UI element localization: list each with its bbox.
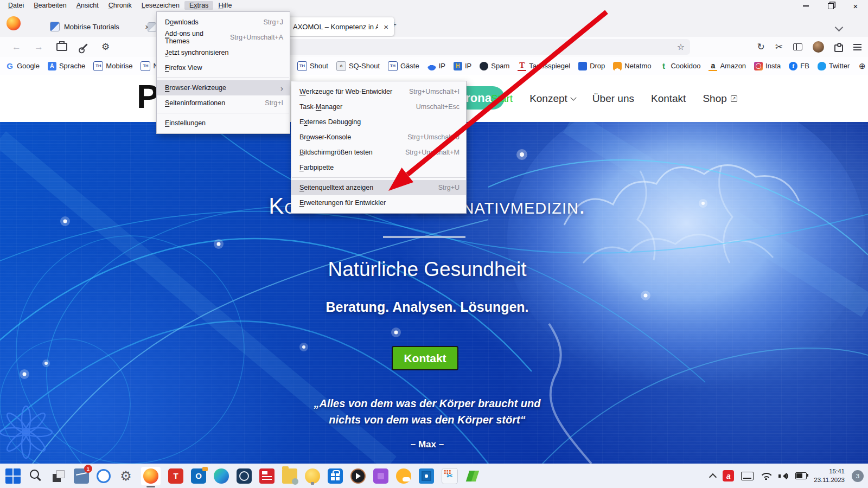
bookmark-tagesspiegel[interactable]: TTagesspiegel	[518, 61, 570, 71]
tray-expand-chevron-icon[interactable]	[709, 473, 717, 480]
reload-icon[interactable]: ↻	[757, 42, 765, 52]
tab-partial-favicon[interactable]	[148, 22, 156, 32]
back-icon[interactable]: ←	[12, 42, 21, 52]
weather-icon[interactable]	[396, 468, 411, 484]
shortcut-label: Strg+J	[264, 18, 283, 26]
bookmark-netatmo[interactable]: Netatmo	[613, 62, 651, 70]
bookmark-twitter[interactable]: Twitter	[818, 62, 850, 70]
menu-item-seitenquelltext[interactable]: Seitenquelltext anzeigen Strg+U	[291, 180, 466, 195]
menu-item-task-manager[interactable]: Task-Manager Umschalt+Esc	[291, 99, 466, 114]
firefox-taskbar-active[interactable]	[141, 467, 161, 485]
menu-item-browser-werkzeuge[interactable]: Browser-Werkzeuge ›	[157, 80, 290, 95]
menubar-item-datei[interactable]: Datei	[3, 1, 29, 10]
menu-item-browser-konsole[interactable]: Browser-Konsole Strg+Umschalt+J	[291, 130, 466, 145]
kontakt-button[interactable]: Kontakt	[392, 346, 458, 370]
snipping-tool-icon[interactable]: ✂	[442, 468, 458, 484]
minimize-button[interactable]	[793, 0, 818, 12]
menu-item-firefox-view[interactable]: Firefox View	[157, 60, 290, 75]
mail-icon[interactable]: 1	[74, 468, 89, 484]
nav-link-ueber-uns[interactable]: Über uns	[592, 93, 634, 105]
nav-link-shop[interactable]: Shop↗	[703, 93, 737, 105]
screenshot-scissors-icon[interactable]: ✂	[775, 42, 783, 52]
menu-item-externes-debugging[interactable]: Externes Debugging	[291, 114, 466, 130]
purple-app-icon[interactable]	[373, 468, 388, 484]
settings-gear-icon[interactable]: ⚙	[101, 42, 110, 52]
bookmark-shout[interactable]: THShout	[297, 61, 328, 71]
thunderbird-icon[interactable]: T	[168, 468, 183, 484]
menubar-item-lesezeichen[interactable]: Lesezeichen	[137, 1, 184, 10]
th-icon: TH	[141, 61, 150, 71]
start-button[interactable]	[5, 468, 21, 484]
bookmark-google[interactable]: GGoogle	[5, 62, 40, 70]
menu-item-downloads[interactable]: Downloads Strg+J	[157, 15, 290, 30]
volume-icon[interactable]	[778, 472, 788, 480]
bookmark-sprache[interactable]: ASprache	[48, 62, 85, 70]
battery-icon[interactable]	[795, 472, 807, 479]
bookmark-gaeste[interactable]: THGäste	[388, 61, 419, 71]
bookmark-amazon[interactable]: aAmazon	[709, 61, 746, 71]
bookmark-fb[interactable]: fFB	[789, 62, 809, 70]
media-player-icon[interactable]	[350, 468, 366, 484]
edge-icon[interactable]	[214, 468, 229, 484]
avira-icon[interactable]: a	[723, 470, 734, 481]
menu-item-erweiterungen-entwickler[interactable]: Erweiterungen für Entwickler	[291, 195, 466, 210]
menu-item-web-entwickler[interactable]: Werkzeuge für Web-Entwickler Strg+Umscha…	[291, 84, 466, 99]
menu-item-einstellungen[interactable]: Einstellungen	[157, 115, 290, 131]
tools-wrench-icon[interactable]	[81, 43, 88, 50]
compass-browser-icon[interactable]	[237, 468, 252, 484]
forward-icon[interactable]: →	[34, 42, 43, 52]
keyboard-icon[interactable]	[741, 472, 754, 480]
tab-mobirise-tutorials[interactable]: Mobirise Tutorials ×	[46, 17, 155, 36]
sidebar-icon[interactable]	[793, 43, 802, 50]
nav-link-kontakt[interactable]: Kontakt	[651, 93, 686, 105]
menu-item-farbpipette[interactable]: Farbpipette	[291, 160, 466, 175]
clock[interactable]: 15:41 23.11.2023	[814, 467, 845, 484]
th-icon: TH	[297, 61, 307, 71]
close-tab-icon[interactable]: ×	[382, 23, 390, 31]
tab-axomol-active[interactable]: AXOMOL – Kompetenz in Al ×	[289, 17, 394, 36]
search-icon[interactable]	[28, 468, 43, 484]
task-view-icon[interactable]	[51, 468, 66, 484]
cortana-icon[interactable]	[97, 469, 111, 483]
nav-link-start[interactable]: Start	[491, 93, 513, 105]
bookmark-star-icon[interactable]: ☆	[677, 42, 685, 52]
outlook-icon[interactable]: O	[191, 468, 206, 484]
wifi-icon[interactable]	[761, 472, 771, 480]
close-window-button[interactable]: ×	[843, 0, 868, 12]
finance-app-icon[interactable]	[465, 468, 481, 484]
menu-item-bildschirmgroessen[interactable]: Bildschirmgrößen testen Strg+Umschalt+M	[291, 145, 466, 160]
bookmark-sq-shout[interactable]: óSQ-Shout	[336, 61, 380, 71]
menubar-item-ansicht[interactable]: Ansicht	[72, 1, 104, 10]
nav-link-konzept[interactable]: Konzept	[529, 93, 576, 105]
tab-list-chevron-icon[interactable]	[835, 23, 844, 32]
menubar-item-extras[interactable]: Extras	[184, 1, 213, 10]
bookmark-mobirise[interactable]: THMobirise	[93, 61, 132, 71]
news-icon[interactable]	[259, 468, 275, 484]
menu-hamburger-icon[interactable]	[853, 47, 861, 48]
bookmark-ip-1[interactable]: IP	[427, 62, 445, 70]
bookmark-spam[interactable]: Spam	[480, 62, 509, 70]
capture-app-icon[interactable]	[419, 468, 434, 484]
restore-button[interactable]	[818, 0, 843, 12]
notification-badge[interactable]: 3	[852, 470, 864, 482]
profile-avatar[interactable]	[813, 41, 824, 53]
bookmark-drop[interactable]: Drop	[578, 62, 605, 70]
bookmark-cookidoo[interactable]: tCookidoo	[659, 62, 700, 70]
folder-icon[interactable]	[282, 468, 297, 484]
bookmark-ip-2[interactable]: HIP	[454, 62, 471, 70]
print-icon[interactable]	[56, 43, 67, 51]
menu-item-sync[interactable]: Jetzt synchronisieren	[157, 45, 290, 60]
lightbulb-icon[interactable]	[305, 468, 320, 484]
microsoft-store-icon[interactable]	[328, 468, 343, 484]
menu-item-addons[interactable]: Add-ons und Themes Strg+Umschalt+A	[157, 30, 290, 45]
bookmark-insta[interactable]: Insta	[754, 62, 781, 70]
menubar-item-bearbeiten[interactable]: Bearbeiten	[29, 1, 71, 10]
quote-line-2: nichts von dem was den Körper stört“	[0, 412, 854, 428]
bookmark-m-forum[interactable]: ⊕M-Forum	[858, 62, 868, 70]
firefox-logo-icon[interactable]	[7, 16, 21, 30]
menu-item-seiteninformationen[interactable]: Seiteninformationen Strg+I	[157, 95, 290, 111]
settings-icon[interactable]: ⚙	[118, 468, 133, 484]
menubar-item-hilfe[interactable]: Hilfe	[213, 1, 237, 10]
extensions-puzzle-icon[interactable]	[834, 44, 843, 52]
menubar-item-chronik[interactable]: Chronik	[104, 1, 137, 10]
